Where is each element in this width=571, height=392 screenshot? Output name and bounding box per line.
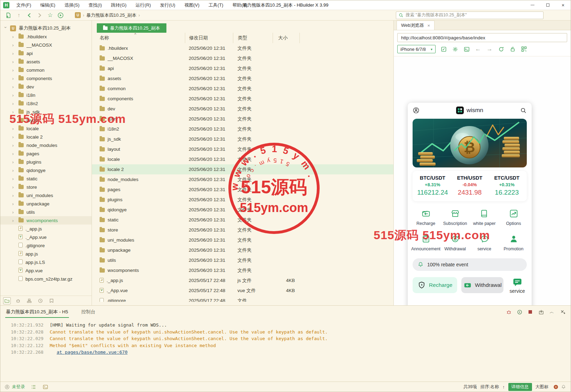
sidebar-tree-item[interactable]: › locale: [0, 124, 92, 133]
promo-banner-image[interactable]: ₿: [413, 119, 527, 167]
forward-arrow-icon[interactable]: →: [486, 46, 493, 53]
explorer-row[interactable]: ._app.js 2025/05/17 22:48 js 文件 4KB: [92, 275, 393, 285]
panel-folder-icon[interactable]: [3, 297, 11, 304]
explorer-row[interactable]: layout 2025/06/20 12:31 文件夹: [92, 144, 393, 154]
sidebar-tree-item[interactable]: › common: [0, 66, 92, 74]
sidebar-tree-item[interactable]: ._App.vue: [0, 233, 92, 241]
explorer-row[interactable]: static 2025/06/20 12:31 文件夹: [92, 215, 393, 225]
sidebar-tree-item[interactable]: › unpackage: [0, 199, 92, 208]
explorer-row[interactable]: __MACOSX 2025/06/20 12:31 文件夹: [92, 53, 393, 63]
console-icon[interactable]: [463, 46, 470, 53]
explorer-row[interactable]: unpackage 2025/06/20 12:31 文件夹: [92, 245, 393, 255]
explorer-row[interactable]: locale 2025/06/20 12:31 文件夹: [92, 154, 393, 164]
sidebar-tree-item[interactable]: › components: [0, 74, 92, 83]
minimize-button[interactable]: [525, 0, 540, 10]
global-search-input[interactable]: 搜索 "暴力熊版本四10.25_副本": [396, 11, 543, 19]
sidebar-tree-item[interactable]: › locale 2: [0, 133, 92, 141]
sidebar-tree-item[interactable]: › static: [0, 174, 92, 183]
explorer-row[interactable]: locale 2 2025/06/20 12:31 文件夹: [92, 164, 393, 174]
sidebar-tree-item[interactable]: ._app.js: [0, 225, 92, 233]
sidebar-tree-item[interactable]: .gitignore: [0, 241, 92, 250]
withdrawal-button[interactable]: Withdrawal: [461, 277, 503, 293]
refresh-icon[interactable]: [498, 46, 504, 53]
menu-bar-item[interactable]: 跳转(G): [107, 1, 131, 10]
sidebar-tree-item[interactable]: › wxcomponents: [0, 216, 92, 225]
app-menu-item[interactable]: Recharge: [411, 209, 440, 226]
service-float-button[interactable]: service: [508, 277, 527, 294]
back-arrow-icon[interactable]: ←: [475, 46, 482, 53]
explorer-row[interactable]: qidongye 2025/06/20 12:31 文件夹: [92, 205, 393, 215]
column-type[interactable]: 类型: [233, 33, 273, 43]
device-select[interactable]: iPhone 6/7/8▾: [397, 45, 436, 53]
sidebar-tree-item[interactable]: › i18n: [0, 91, 92, 99]
collapse-panel-icon[interactable]: ︿: [549, 309, 555, 315]
maximize-button[interactable]: [540, 0, 555, 10]
sidebar-tree-item[interactable]: › utils: [0, 208, 92, 216]
ticker[interactable]: ETC/USDT +0.31% 16.2223: [488, 175, 525, 196]
menu-bar-item[interactable]: 选择(S): [60, 1, 84, 10]
explorer-row[interactable]: assets 2025/06/20 12:31 文件夹: [92, 73, 393, 84]
app-menu-item[interactable]: Withdrawal: [440, 234, 470, 251]
open-external-icon[interactable]: [440, 46, 447, 53]
run-icon[interactable]: [55, 11, 66, 19]
panel-history-icon[interactable]: [37, 297, 44, 304]
console-tab-secondary[interactable]: 控制台: [81, 309, 96, 315]
app-menu-item[interactable]: service: [470, 234, 499, 251]
detail-view-button[interactable]: 详细信息: [508, 383, 532, 391]
sidebar-tree-item[interactable]: › api: [0, 49, 92, 57]
column-date[interactable]: 修改日期: [185, 33, 233, 43]
explorer-row[interactable]: dev 2025/06/20 12:31 文件夹: [92, 104, 393, 114]
app-menu-item[interactable]: Subscription: [440, 209, 470, 226]
clear-log-icon[interactable]: [560, 309, 566, 315]
profile-icon[interactable]: [413, 107, 420, 114]
ticker[interactable]: ETH/USDT -0.04% 2431.98: [451, 175, 488, 196]
app-menu-item[interactable]: white paper: [470, 209, 499, 226]
explorer-row[interactable]: plugins 2025/06/20 12:31 文件夹: [92, 195, 393, 205]
explorer-row[interactable]: store 2025/06/20 12:31 文件夹: [92, 225, 393, 235]
notice-bar[interactable]: 100% rebate event: [413, 258, 527, 271]
explorer-active-tab[interactable]: 暴力熊版本四10.25_副本: [97, 23, 166, 33]
sidebar-tree-item[interactable]: › dev: [0, 83, 92, 91]
export-log-icon[interactable]: [538, 309, 544, 315]
explorer-row[interactable]: node_modules 2025/06/20 12:31 文件夹: [92, 174, 393, 185]
sidebar-tree-item[interactable]: › assets: [0, 57, 92, 66]
sidebar-tree-item[interactable]: › store: [0, 183, 92, 191]
explorer-row[interactable]: utils 2025/06/20 12:31 文件夹: [92, 255, 393, 265]
close-button[interactable]: ×: [555, 0, 571, 10]
menu-bar-item[interactable]: 工具(T): [204, 1, 228, 10]
column-name[interactable]: 名称 ^: [92, 35, 185, 41]
sidebar-tree-item[interactable]: › plugins: [0, 158, 92, 166]
sidebar-tree-item[interactable]: App.vue: [0, 266, 92, 275]
sidebar-tree-item[interactable]: › __MACOSX: [0, 41, 92, 49]
explorer-row[interactable]: js_sdk 2025/06/20 12:31 文件夹: [92, 134, 393, 144]
search-icon[interactable]: [520, 107, 527, 114]
menu-bar-item[interactable]: 编辑(E): [36, 1, 60, 10]
project-root-node[interactable]: › U 暴力熊版本四10.25_副本: [0, 24, 92, 32]
lock-icon[interactable]: [509, 46, 516, 53]
explorer-row[interactable]: pages 2025/06/20 12:31 文件夹: [92, 185, 393, 195]
new-file-icon[interactable]: [3, 11, 14, 19]
recharge-button[interactable]: Recharge: [413, 277, 457, 293]
sidebar-tree-item[interactable]: › uni_modules: [0, 191, 92, 199]
explorer-row[interactable]: components 2025/06/20 12:31 文件夹: [92, 94, 393, 104]
explorer-row[interactable]: i18n 2025/06/20 12:31 文件夹: [92, 114, 393, 124]
large-icon-view-button[interactable]: 大图标: [535, 384, 549, 390]
app-menu-item[interactable]: Announcement: [411, 234, 440, 251]
sort-label[interactable]: 排序:名称: [480, 384, 499, 390]
close-tab-icon[interactable]: ×: [428, 23, 430, 28]
column-size[interactable]: 大小: [273, 33, 300, 43]
sort-direction[interactable]: ↑: [502, 385, 504, 390]
sidebar-tree-item[interactable]: › i18n2: [0, 99, 92, 108]
favorite-star-icon[interactable]: ☆: [45, 11, 55, 19]
explorer-row[interactable]: wxcomponents 2025/06/20 12:31 文件夹: [92, 265, 393, 275]
task-list-icon[interactable]: [31, 384, 37, 390]
terminal-icon[interactable]: [42, 384, 49, 390]
app-menu-item[interactable]: Promotion: [499, 234, 528, 251]
menu-bar-item[interactable]: 运行(R): [131, 1, 155, 10]
app-menu-item[interactable]: Options: [499, 209, 528, 226]
promo-red-icon[interactable]: [553, 384, 559, 390]
qrcode-icon[interactable]: [521, 46, 527, 53]
sidebar-tree-item[interactable]: › .hbuilderx: [0, 32, 92, 41]
sidebar-tree-item[interactable]: app.js: [0, 250, 92, 258]
explorer-row[interactable]: .gitignore 2025/05/17 22:48 文件: [92, 296, 393, 302]
